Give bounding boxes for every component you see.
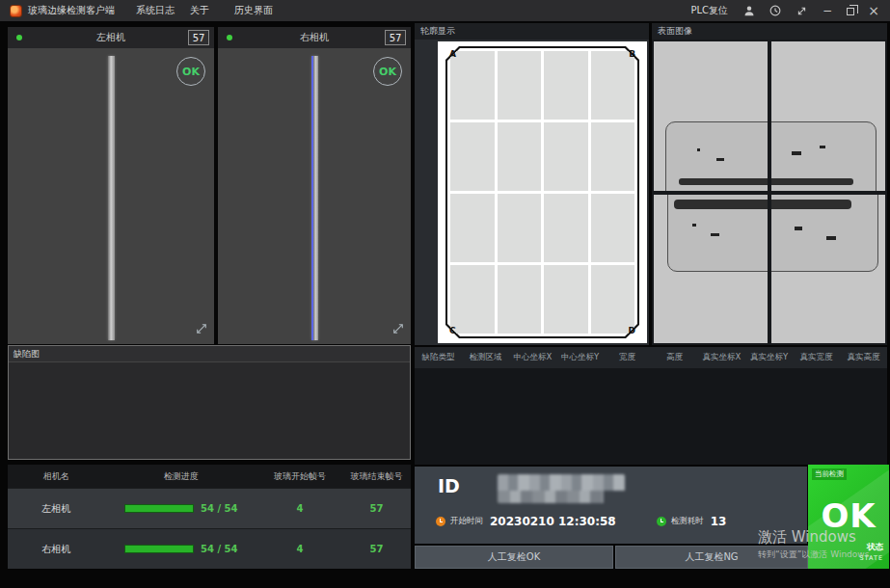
col-real-y: 真实坐标Y	[745, 352, 793, 363]
component-mark	[697, 148, 700, 151]
end-frame-cell: 57	[342, 544, 411, 554]
glass-outline	[445, 46, 639, 338]
right-camera-panel: 右相机 57 OK	[218, 27, 411, 344]
progress-table: 相机名 检测进度 玻璃开始帧号 玻璃结束帧号 左相机 54 / 54 4 57 …	[8, 465, 411, 569]
component-mark	[792, 151, 801, 155]
id-value-censored	[498, 474, 625, 503]
col-height: 高度	[651, 352, 698, 363]
component-band	[771, 178, 853, 185]
main-window: 玻璃边缘检测客户端 系统日志 关于 历史界面 PLC复位 − × 左相机 57	[0, 0, 890, 588]
right-camera-frame-count: 57	[385, 30, 406, 45]
defect-image-title: 缺陷图	[9, 346, 410, 362]
corner-label-c: C	[449, 326, 456, 335]
table-row[interactable]: 右相机 54 / 54 4 57	[8, 529, 411, 569]
defect-image-panel: 缺陷图	[8, 345, 411, 460]
right-camera-image[interactable]: OK	[218, 48, 411, 344]
menu-system-log[interactable]: 系统日志	[136, 4, 175, 17]
col-start-frame: 玻璃开始帧号	[257, 470, 342, 483]
minimize-button[interactable]: −	[821, 4, 834, 17]
camera-name-cell: 右相机	[8, 543, 104, 556]
defect-table-header: 缺陷类型 检测区域 中心坐标X 中心坐标Y 宽度 高度 真实坐标X 真实坐标Y …	[415, 347, 887, 368]
component-band	[771, 200, 851, 209]
surface-image-top-left[interactable]	[654, 41, 768, 191]
surface-image-bottom-left[interactable]	[654, 195, 768, 344]
component-mark	[711, 233, 719, 236]
progress-bar	[124, 504, 194, 513]
component-band	[679, 178, 768, 185]
surface-image-top-right[interactable]	[771, 41, 885, 191]
menu-about[interactable]: 关于	[190, 4, 209, 17]
col-camera-name: 相机名	[8, 470, 104, 483]
col-detect-area: 检测区域	[462, 352, 509, 363]
windows-watermark-line2: 转到“设置”以激活 Windows。	[758, 548, 877, 561]
col-real-x: 真实坐标X	[698, 352, 745, 363]
elapsed-label: 检测耗时	[671, 516, 704, 527]
start-frame-cell: 4	[257, 544, 342, 554]
table-row[interactable]: 左相机 54 / 54 4 57	[8, 489, 411, 528]
surface-panel: 表面图像	[652, 23, 887, 345]
col-center-x: 中心坐标X	[509, 352, 556, 363]
right-camera-name: 右相机	[218, 31, 411, 44]
surface-panel-title: 表面图像	[652, 23, 887, 40]
component-mark	[716, 158, 724, 161]
component-band	[674, 200, 768, 209]
contour-display[interactable]: A B C D	[415, 40, 649, 345]
corner-label-a: A	[449, 49, 456, 59]
windows-watermark-line1: 激活 Windows	[758, 528, 856, 547]
user-icon[interactable]	[742, 4, 756, 17]
result-info-panel: ID 开始时间 20230210 12:30:58 检测耗时 13	[415, 467, 807, 544]
camera-status-dot	[227, 35, 232, 40]
col-real-width: 真实宽度	[793, 352, 840, 363]
left-camera-image[interactable]: OK	[8, 48, 214, 344]
surface-images	[652, 40, 887, 345]
glass-grid	[450, 51, 634, 334]
end-frame-cell: 57	[342, 503, 411, 514]
manual-recheck-ok-button[interactable]: 人工复检OK	[415, 546, 613, 569]
component-mark	[795, 227, 802, 230]
left-camera-header: 左相机 57	[8, 27, 214, 48]
col-end-frame: 玻璃结束帧号	[342, 470, 411, 483]
left-camera-name: 左相机	[8, 31, 214, 44]
clock-icon[interactable]	[769, 4, 782, 17]
start-time-value: 20230210 12:30:58	[490, 515, 616, 528]
menu-history[interactable]: 历史界面	[234, 4, 273, 17]
titlebar: 玻璃边缘检测客户端 系统日志 关于 历史界面 PLC复位 − ×	[0, 0, 890, 21]
left-camera-panel: 左相机 57 OK	[8, 27, 214, 344]
start-time-label: 开始时间	[450, 516, 483, 527]
badge-label: 当前检测	[812, 468, 847, 480]
component-mark	[692, 224, 696, 227]
right-camera-result-badge: OK	[373, 57, 402, 86]
surface-image-bottom-right[interactable]	[771, 195, 885, 344]
progress-table-header: 相机名 检测进度 玻璃开始帧号 玻璃结束帧号	[8, 465, 411, 488]
col-progress: 检测进度	[104, 470, 257, 483]
elapsed-value: 13	[711, 515, 727, 528]
corner-label-d: D	[629, 326, 635, 335]
camera-name-cell: 左相机	[8, 502, 104, 516]
plc-reset-button[interactable]: PLC复位	[690, 4, 728, 17]
expand-icon[interactable]	[392, 320, 404, 338]
left-camera-result-badge: OK	[176, 57, 205, 86]
app-logo-icon	[10, 5, 22, 17]
col-center-y: 中心坐标Y	[556, 352, 604, 363]
resize-icon[interactable]	[795, 4, 808, 17]
expand-icon[interactable]	[196, 320, 207, 338]
start-time-clock-icon	[436, 517, 445, 526]
col-real-height: 真实高度	[840, 352, 887, 363]
id-label: ID	[438, 475, 460, 496]
start-frame-cell: 4	[257, 503, 342, 514]
contour-panel: 轮廓显示 A B C D	[415, 23, 649, 345]
app-title: 玻璃边缘检测客户端	[28, 4, 115, 17]
component-mark	[826, 236, 836, 240]
restore-button[interactable]	[847, 8, 854, 15]
glass-edge-strip	[108, 56, 115, 340]
corner-label-b: B	[629, 49, 635, 59]
left-camera-frame-count: 57	[188, 30, 209, 45]
elapsed-clock-icon	[657, 517, 666, 526]
camera-status-dot	[16, 35, 22, 40]
close-button[interactable]: ×	[867, 3, 880, 18]
right-camera-header: 右相机 57	[218, 27, 411, 48]
component-mark	[820, 146, 825, 148]
col-width: 宽度	[604, 352, 651, 363]
glass-edge-strip	[311, 56, 318, 340]
col-defect-type: 缺陷类型	[415, 352, 462, 363]
